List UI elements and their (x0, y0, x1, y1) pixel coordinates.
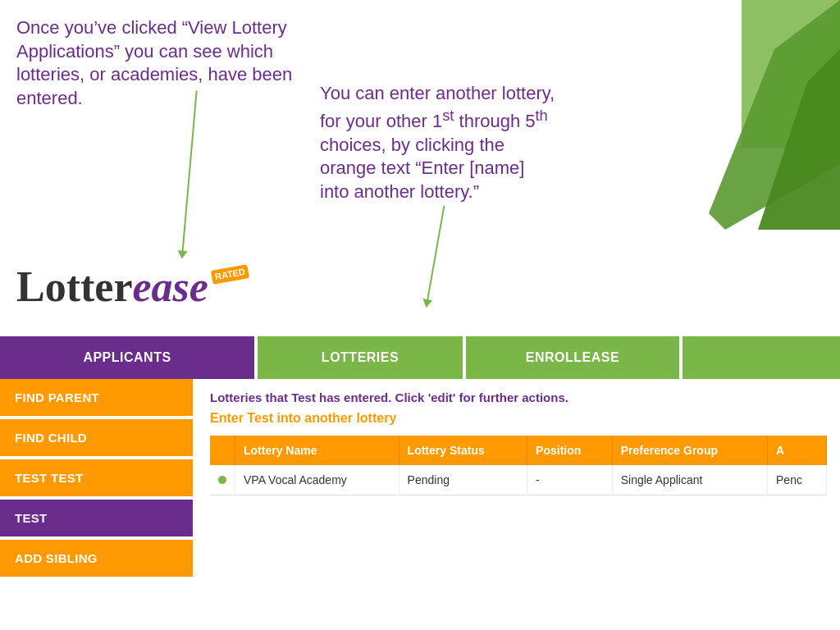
arrow-right (427, 206, 445, 304)
tab-lotteries[interactable]: LOTTERIES (258, 336, 463, 379)
table-cell-lottery-status: Pending (399, 465, 527, 495)
logo-lott: Lotter (16, 263, 132, 310)
add-sibling-button[interactable]: ADD SIBLING (0, 540, 193, 577)
table-header-extra: A (768, 436, 827, 465)
logo-ease: ease (132, 263, 208, 310)
test-button[interactable]: TEST (0, 500, 193, 536)
test-test-button[interactable]: TEST TEST (0, 459, 193, 496)
nav-tabs: APPLICANTS LOTTERIES ENROLLEASE (0, 336, 840, 379)
find-child-button[interactable]: FIND CHILD (0, 419, 193, 456)
enter-another-link[interactable]: Enter Test into another lottery (210, 411, 827, 426)
lotteries-info-text: Lotteries that Test has entered. Click '… (210, 390, 827, 404)
table-header-preference-group: Preference Group (612, 436, 767, 465)
table-cell-lottery-name: VPA Vocal Academy (235, 465, 399, 495)
edit-dot-icon (218, 476, 226, 484)
logo: Lotterease RATED (16, 262, 249, 311)
sidebar: FIND PARENT FIND CHILD TEST TEST TEST AD… (0, 379, 193, 580)
arrow-left (181, 90, 197, 253)
find-parent-button[interactable]: FIND PARENT (0, 379, 193, 416)
tab-enrollease[interactable]: ENROLLEASE (466, 336, 679, 379)
table-cell-extra: Penc (768, 465, 827, 495)
lottery-table: Lottery Name Lottery Status Position Pre… (210, 436, 827, 495)
table-header-edit (210, 436, 235, 465)
table-cell-position: - (527, 465, 613, 495)
table-header-lottery-name: Lottery Name (235, 436, 399, 465)
logo-text: Lotterease (16, 262, 208, 311)
table-cell-dot (210, 465, 235, 495)
tab-extra[interactable] (682, 336, 840, 379)
annotation-area: Once you’ve clicked “View Lottery Applic… (0, 0, 840, 262)
table-header-lottery-status: Lottery Status (399, 436, 527, 465)
annotation-right-text: You can enter another lottery, for your … (320, 82, 632, 203)
logo-badge: RATED (211, 264, 249, 285)
tab-applicants[interactable]: APPLICANTS (0, 336, 254, 379)
table-header-row: Lottery Name Lottery Status Position Pre… (210, 436, 827, 465)
main-content: Lotteries that Test has entered. Click '… (197, 379, 840, 630)
table-header-position: Position (527, 436, 613, 465)
table-cell-preference-group: Single Applicant (612, 465, 767, 495)
annotation-left-text: Once you’ve clicked “View Lottery Applic… (16, 16, 312, 110)
table-row: VPA Vocal Academy Pending - Single Appli… (210, 465, 827, 495)
